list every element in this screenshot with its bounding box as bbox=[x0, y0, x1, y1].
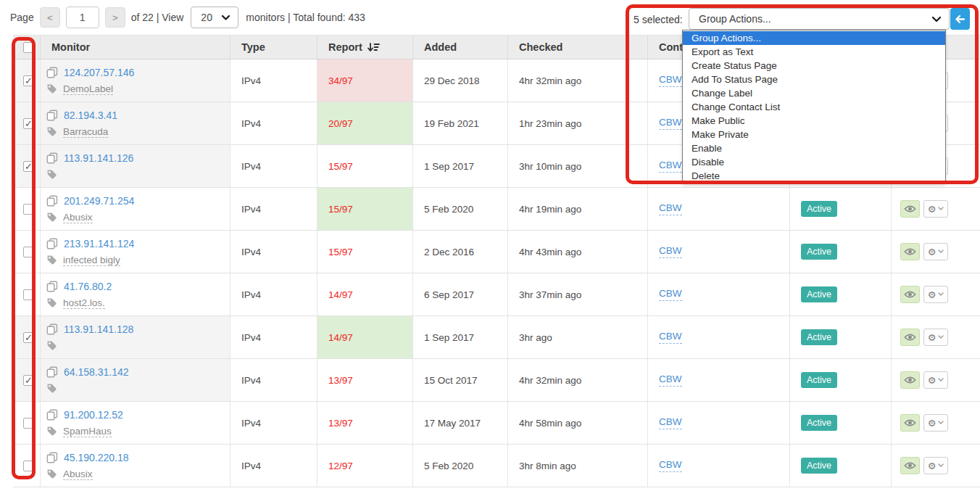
group-action-option[interactable]: Make Private bbox=[683, 128, 945, 141]
group-action-option[interactable]: Make Public bbox=[683, 114, 945, 128]
row-checkbox[interactable] bbox=[23, 204, 34, 215]
row-actions-button[interactable]: ⚙ bbox=[923, 371, 948, 389]
added-value: 1 Sep 2017 bbox=[424, 332, 474, 343]
view-report-button[interactable] bbox=[900, 371, 920, 389]
copy-icon[interactable] bbox=[46, 281, 58, 292]
monitor-label[interactable]: Barracuda bbox=[63, 126, 108, 138]
view-report-button[interactable] bbox=[900, 200, 920, 218]
monitor-link[interactable]: 45.190.220.18 bbox=[64, 452, 129, 463]
row-checkbox[interactable] bbox=[23, 161, 34, 172]
status-cell: Active bbox=[790, 273, 892, 315]
monitor-link[interactable]: 124.207.57.146 bbox=[64, 67, 134, 78]
view-report-button[interactable] bbox=[900, 329, 920, 346]
contact-cell: CBW bbox=[648, 188, 790, 230]
copy-icon[interactable] bbox=[46, 409, 58, 421]
contact-cell: CBW bbox=[648, 402, 790, 444]
header-report-label: Report bbox=[328, 41, 362, 53]
monitor-label[interactable]: host2.los. bbox=[63, 297, 105, 309]
row-actions-button[interactable]: ⚙ bbox=[923, 286, 948, 303]
monitor-link[interactable]: 113.91.141.126 bbox=[64, 152, 133, 164]
row-checkbox[interactable] bbox=[23, 289, 34, 300]
group-action-option[interactable]: Disable bbox=[683, 155, 945, 169]
monitor-link[interactable]: 64.158.31.142 bbox=[64, 366, 129, 378]
type-cell: IPv4 bbox=[231, 402, 317, 444]
select-all-checkbox[interactable] bbox=[23, 42, 34, 53]
contact-link[interactable]: CBW bbox=[659, 374, 682, 387]
gear-icon: ⚙ bbox=[928, 205, 937, 214]
added-value: 29 Dec 2018 bbox=[424, 75, 480, 86]
group-actions-select[interactable]: Group Actions... bbox=[689, 8, 950, 30]
back-button[interactable] bbox=[950, 8, 970, 30]
monitor-label[interactable]: SpamHaus bbox=[63, 426, 112, 437]
row-actions-button[interactable]: ⚙ bbox=[923, 243, 948, 260]
added-value: 19 Feb 2021 bbox=[424, 118, 479, 129]
gear-icon: ⚙ bbox=[928, 247, 937, 257]
added-cell: 17 May 2017 bbox=[413, 402, 508, 444]
group-action-option[interactable]: Delete bbox=[683, 169, 945, 183]
group-action-option[interactable]: Change Label bbox=[683, 86, 945, 100]
monitor-link[interactable]: 91.200.12.52 bbox=[64, 409, 123, 421]
row-actions-button[interactable]: ⚙ bbox=[923, 414, 948, 432]
row-actions-button[interactable]: ⚙ bbox=[923, 329, 948, 346]
contact-link[interactable]: CBW bbox=[659, 245, 682, 258]
monitor-label[interactable]: infected bigly bbox=[63, 255, 120, 266]
group-action-option[interactable]: Export as Text bbox=[683, 45, 945, 59]
view-report-button[interactable] bbox=[900, 243, 920, 260]
copy-icon[interactable] bbox=[46, 323, 58, 335]
contact-cell: CBW bbox=[648, 316, 790, 358]
view-report-button[interactable] bbox=[900, 286, 920, 303]
view-count-select[interactable]: 20 bbox=[191, 7, 238, 28]
checked-cell: 1hr 23min ago bbox=[508, 102, 648, 144]
copy-icon[interactable] bbox=[46, 238, 58, 249]
group-action-option[interactable]: Add To Status Page bbox=[683, 73, 945, 86]
group-action-option[interactable]: Create Status Page bbox=[683, 59, 945, 73]
monitor-link[interactable]: 41.76.80.2 bbox=[64, 281, 112, 292]
table-row: 64.158.31.142 IPv4 13/97 15 Oct 2017 4hr… bbox=[13, 359, 980, 402]
monitor-link[interactable]: 201.249.71.254 bbox=[64, 195, 134, 207]
monitor-link[interactable]: 82.194.3.41 bbox=[64, 110, 117, 121]
copy-icon[interactable] bbox=[46, 152, 58, 164]
checked-cell: 4hr 32min ago bbox=[508, 359, 648, 401]
contact-link[interactable]: CBW bbox=[659, 288, 682, 301]
copy-icon[interactable] bbox=[46, 67, 58, 78]
row-checkbox[interactable] bbox=[23, 461, 34, 471]
row-checkbox[interactable] bbox=[23, 247, 34, 257]
row-checkbox[interactable] bbox=[23, 75, 34, 86]
copy-icon[interactable] bbox=[46, 366, 58, 378]
group-action-option[interactable]: Change Contact List bbox=[683, 100, 945, 114]
row-checkbox[interactable] bbox=[23, 375, 34, 386]
contact-link[interactable]: CBW bbox=[659, 331, 682, 344]
copy-icon[interactable] bbox=[46, 110, 58, 121]
monitor-label[interactable]: DemoLabel bbox=[63, 83, 113, 95]
view-report-button[interactable] bbox=[900, 457, 920, 474]
row-checkbox[interactable] bbox=[23, 418, 34, 429]
copy-icon[interactable] bbox=[46, 452, 58, 463]
monitor-link[interactable]: 213.91.141.124 bbox=[64, 238, 134, 249]
view-report-button[interactable] bbox=[900, 414, 920, 432]
contact-link[interactable]: CBW bbox=[659, 459, 682, 472]
page-input[interactable] bbox=[66, 7, 99, 28]
checked-cell: 3hr 8min ago bbox=[508, 445, 648, 487]
contact-link[interactable]: CBW bbox=[659, 117, 682, 130]
row-actions-button[interactable]: ⚙ bbox=[923, 200, 948, 218]
next-page-button[interactable]: > bbox=[105, 7, 125, 28]
group-action-option[interactable]: Enable bbox=[683, 141, 945, 155]
copy-icon[interactable] bbox=[46, 195, 58, 207]
row-actions-button[interactable]: ⚙ bbox=[923, 457, 948, 474]
header-report[interactable]: Report bbox=[317, 36, 413, 59]
monitor-link[interactable]: 113.91.141.128 bbox=[64, 323, 133, 335]
row-checkbox[interactable] bbox=[23, 118, 34, 129]
group-action-option[interactable]: Group Actions... bbox=[683, 31, 945, 45]
contact-link[interactable]: CBW bbox=[659, 74, 682, 87]
contact-link[interactable]: CBW bbox=[659, 202, 682, 215]
monitor-label[interactable]: Abusix bbox=[63, 469, 93, 480]
contact-link[interactable]: CBW bbox=[659, 160, 682, 173]
chevron-down-icon bbox=[221, 15, 231, 21]
added-cell: 29 Dec 2018 bbox=[413, 59, 508, 102]
table-row: 91.200.12.52 SpamHaus IPv4 13/97 17 May … bbox=[13, 402, 980, 445]
added-value: 5 Feb 2020 bbox=[424, 204, 473, 215]
row-checkbox[interactable] bbox=[23, 332, 34, 343]
prev-page-button[interactable]: < bbox=[40, 7, 60, 28]
contact-link[interactable]: CBW bbox=[659, 416, 682, 429]
monitor-label[interactable]: Abusix bbox=[63, 212, 93, 223]
